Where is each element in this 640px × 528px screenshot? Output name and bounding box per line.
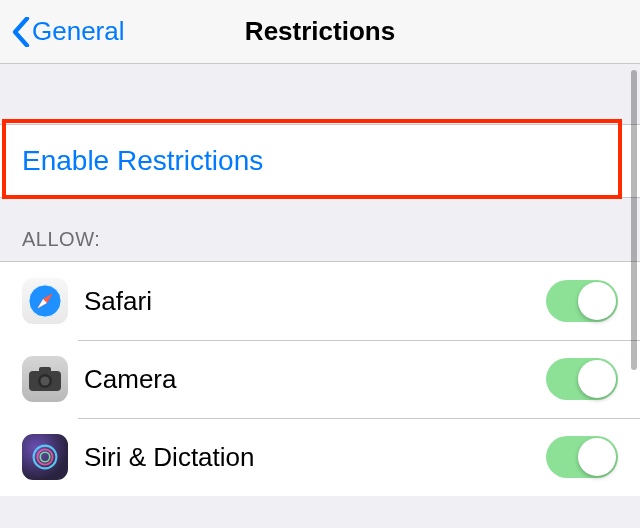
- row-label: Siri & Dictation: [84, 442, 546, 473]
- svg-point-12: [40, 452, 50, 462]
- scrollbar[interactable]: [631, 70, 637, 370]
- allow-list: Safari Camera Siri & Dictation: [0, 261, 640, 496]
- section-header-allow: ALLOW:: [0, 198, 640, 261]
- toggle-switch[interactable]: [546, 280, 618, 322]
- chevron-left-icon: [12, 17, 30, 47]
- list-item: Siri & Dictation: [0, 418, 640, 496]
- spacer: [0, 64, 640, 124]
- safari-icon: [22, 278, 68, 324]
- camera-icon: [22, 356, 68, 402]
- row-label: Camera: [84, 364, 546, 395]
- enable-restrictions-cell[interactable]: Enable Restrictions: [0, 124, 640, 198]
- back-button[interactable]: General: [0, 16, 125, 47]
- siri-icon: [22, 434, 68, 480]
- enable-restrictions-label: Enable Restrictions: [22, 145, 263, 176]
- toggle-switch[interactable]: [546, 436, 618, 478]
- svg-rect-7: [39, 367, 51, 374]
- row-label: Safari: [84, 286, 546, 317]
- list-item: Safari: [0, 262, 640, 340]
- svg-point-9: [41, 377, 50, 386]
- back-label: General: [32, 16, 125, 47]
- list-item: Camera: [0, 340, 640, 418]
- toggle-switch[interactable]: [546, 358, 618, 400]
- navbar: General Restrictions: [0, 0, 640, 64]
